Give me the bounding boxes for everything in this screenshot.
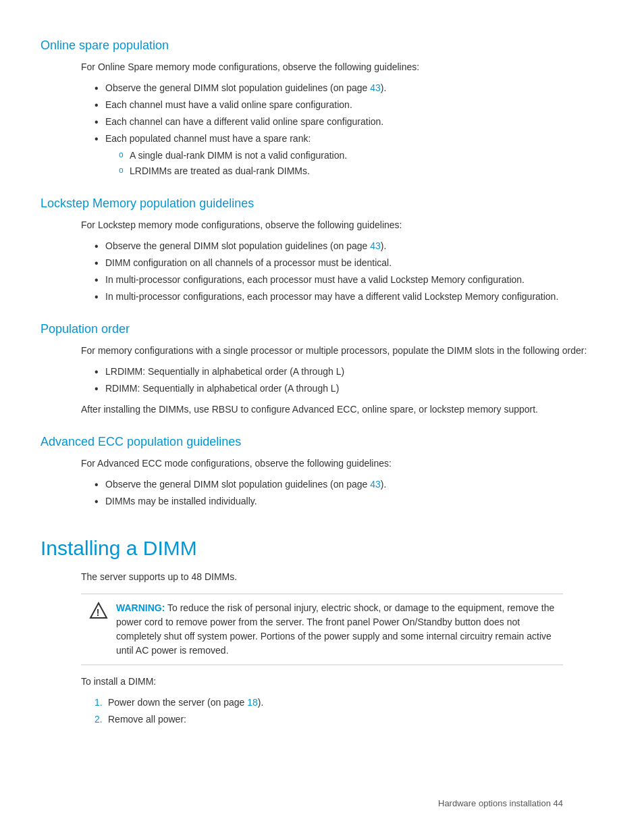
advanced-ecc-heading: Advanced ECC population guidelines [41, 433, 603, 451]
list-item: Observe the general DIMM slot population… [95, 81, 603, 95]
page-link-43c[interactable]: 43 [370, 479, 381, 490]
sub-bullet-text: A single dual-rank DIMM is not a valid c… [130, 150, 347, 161]
bullet-text: Each channel must have a valid online sp… [105, 99, 352, 110]
page-link-43[interactable]: 43 [370, 82, 381, 93]
page-link-18[interactable]: 18 [247, 697, 258, 708]
step-text: Power down the server (on page 18). [108, 697, 263, 708]
list-item: Observe the general DIMM slot population… [95, 239, 603, 253]
list-item: In multi-processor configurations, each … [95, 273, 603, 287]
sub-bullet-text: LRDIMMs are treated as dual-rank DIMMs. [130, 165, 310, 176]
warning-icon: ! [89, 602, 108, 621]
advanced-ecc-bullets: Observe the general DIMM slot population… [95, 477, 603, 509]
bullet-text: Observe the general DIMM slot population… [105, 479, 386, 490]
bullet-text: LRDIMM: Sequentially in alphabetical ord… [105, 366, 344, 377]
lockstep-memory-intro: For Lockstep memory mode configurations,… [81, 218, 603, 232]
bullet-text: Observe the general DIMM slot population… [105, 82, 386, 93]
list-item: RDIMM: Sequentially in alphabetical orde… [95, 382, 603, 396]
warning-content: WARNING: To reduce the risk of personal … [116, 601, 555, 658]
bullet-text: In multi-processor configurations, each … [105, 274, 525, 285]
online-spare-heading: Online spare population [41, 36, 603, 55]
list-item: DIMMs may be installed individually. [95, 494, 603, 509]
sub-bullet-list: A single dual-rank DIMM is not a valid c… [119, 149, 603, 178]
list-item: Observe the general DIMM slot population… [95, 477, 603, 492]
page-link-43b[interactable]: 43 [370, 240, 381, 251]
bullet-text: Each populated channel must have a spare… [105, 133, 311, 144]
warning-box: ! WARNING: To reduce the risk of persona… [81, 594, 563, 665]
list-item: In multi-processor configurations, each … [95, 290, 603, 304]
bullet-text: Each channel can have a different valid … [105, 116, 383, 127]
installing-dimm-intro: The server supports up to 48 DIMMs. [81, 570, 603, 584]
bullet-text: Observe the general DIMM slot population… [105, 240, 386, 251]
online-spare-bullets: Observe the general DIMM slot population… [95, 81, 603, 178]
sub-list-item: LRDIMMs are treated as dual-rank DIMMs. [119, 164, 603, 178]
page-wrapper: Online spare population For Online Spare… [41, 36, 603, 830]
population-order-intro: For memory configurations with a single … [81, 344, 603, 358]
list-item: Remove all power: [95, 712, 603, 727]
installing-dimm-heading: Installing a DIMM [41, 533, 603, 563]
lockstep-memory-heading: Lockstep Memory population guidelines [41, 194, 603, 213]
advanced-ecc-intro: For Advanced ECC mode configurations, ob… [81, 457, 603, 471]
install-steps: Power down the server (on page 18). Remo… [95, 696, 603, 727]
bullet-text: RDIMM: Sequentially in alphabetical orde… [105, 383, 339, 394]
warning-text: To reduce the risk of personal injury, e… [116, 602, 554, 656]
population-order-bullets: LRDIMM: Sequentially in alphabetical ord… [95, 365, 603, 396]
list-item: Each channel can have a different valid … [95, 115, 603, 129]
list-item: Each populated channel must have a spare… [95, 132, 603, 178]
step-text: Remove all power: [108, 714, 186, 725]
bullet-text: DIMM configuration on all channels of a … [105, 257, 392, 268]
population-order-after: After installing the DIMMs, use RBSU to … [81, 402, 603, 417]
svg-text:!: ! [97, 607, 100, 618]
bullet-text: DIMMs may be installed individually. [105, 496, 257, 506]
footer: Hardware options installation 44 [438, 797, 563, 810]
list-item: Power down the server (on page 18). [95, 696, 603, 710]
bullet-text: In multi-processor configurations, each … [105, 291, 558, 302]
lockstep-memory-bullets: Observe the general DIMM slot population… [95, 239, 603, 304]
list-item: LRDIMM: Sequentially in alphabetical ord… [95, 365, 603, 379]
warning-label: WARNING: [116, 602, 165, 613]
population-order-heading: Population order [41, 320, 603, 338]
list-item: DIMM configuration on all channels of a … [95, 256, 603, 270]
list-item: Each channel must have a valid online sp… [95, 98, 603, 112]
to-install-text: To install a DIMM: [81, 675, 603, 689]
sub-list-item: A single dual-rank DIMM is not a valid c… [119, 149, 603, 163]
online-spare-intro: For Online Spare memory mode configurati… [81, 60, 603, 74]
